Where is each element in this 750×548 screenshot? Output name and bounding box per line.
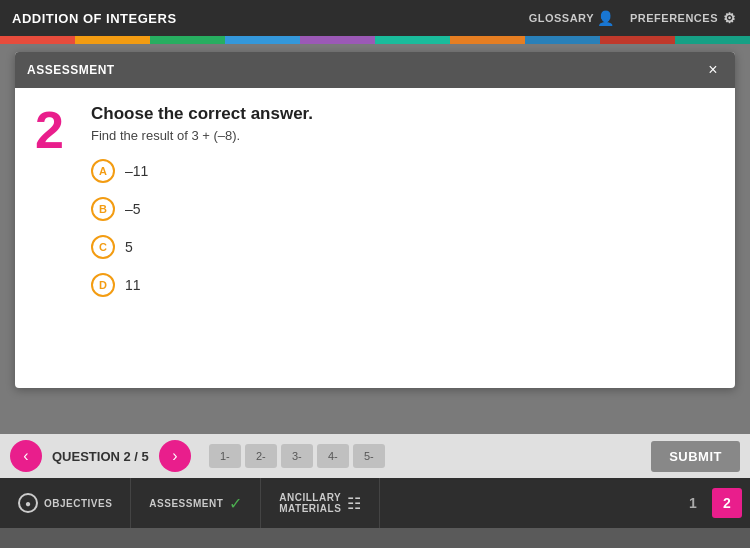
page-indicator-1[interactable]: 1- <box>209 444 241 468</box>
question-heading: Choose the correct answer. <box>91 104 715 124</box>
footer-ancillary[interactable]: ANCILLARY MATERIALS ☷ <box>261 478 380 528</box>
option-d-circle: D <box>91 273 115 297</box>
question-label: QUESTION 2 / 5 <box>52 449 149 464</box>
page-1-button[interactable]: 1 <box>678 488 708 518</box>
option-a-text: –11 <box>125 163 148 179</box>
modal-header: ASSESSMENT × <box>15 52 735 88</box>
page-indicator-4[interactable]: 4- <box>317 444 349 468</box>
document-icon: ☷ <box>347 494 361 513</box>
option-d-text: 11 <box>125 277 141 293</box>
assessment-modal: ASSESSMENT × 2 Choose the correct answer… <box>15 52 735 388</box>
option-c-text: 5 <box>125 239 133 255</box>
footer-assessment[interactable]: ASSESSMENT ✓ <box>131 478 261 528</box>
footer-page-numbers: 1 2 <box>678 488 750 518</box>
app-title: ADDITION OF INTEGERS <box>12 11 177 26</box>
prev-button[interactable]: ‹ <box>10 440 42 472</box>
option-b-circle: B <box>91 197 115 221</box>
color-strip <box>0 36 750 44</box>
modal-body: 2 Choose the correct answer. Find the re… <box>15 88 735 388</box>
checkmark-icon: ✓ <box>229 494 242 513</box>
next-button[interactable]: › <box>159 440 191 472</box>
modal-title: ASSESSMENT <box>27 63 115 77</box>
gear-icon: ⚙ <box>722 10 738 26</box>
option-b[interactable]: B –5 <box>91 197 715 221</box>
close-button[interactable]: × <box>703 60 723 80</box>
question-number: 2 <box>35 104 75 156</box>
page-indicator-3[interactable]: 3- <box>281 444 313 468</box>
glossary-label: GLOSSARY <box>529 12 594 24</box>
top-bar-actions: GLOSSARY 👤 PREFERENCES ⚙ <box>529 10 738 26</box>
page-2-button[interactable]: 2 <box>712 488 742 518</box>
objectives-icon: ● <box>18 493 38 513</box>
option-d[interactable]: D 11 <box>91 273 715 297</box>
footer-bar: ● OBJECTIVES ASSESSMENT ✓ ANCILLARY MATE… <box>0 478 750 528</box>
top-bar: ADDITION OF INTEGERS GLOSSARY 👤 PREFEREN… <box>0 0 750 36</box>
option-c-circle: C <box>91 235 115 259</box>
option-b-text: –5 <box>125 201 141 217</box>
ancillary-line2: MATERIALS <box>279 503 341 514</box>
page-indicator-5[interactable]: 5- <box>353 444 385 468</box>
main-area: ASSESSMENT × 2 Choose the correct answer… <box>0 44 750 434</box>
option-c[interactable]: C 5 <box>91 235 715 259</box>
question-content: Choose the correct answer. Find the resu… <box>91 104 715 311</box>
bottom-navigation: ‹ QUESTION 2 / 5 › 1- 2- 3- 4- 5- SUBMIT <box>0 434 750 478</box>
question-subtext: Find the result of 3 + (–8). <box>91 128 715 143</box>
objectives-label: OBJECTIVES <box>44 498 112 509</box>
glossary-icon: 👤 <box>598 10 614 26</box>
assessment-label: ASSESSMENT <box>149 498 223 509</box>
page-indicator-2[interactable]: 2- <box>245 444 277 468</box>
option-a-circle: A <box>91 159 115 183</box>
preferences-button[interactable]: PREFERENCES ⚙ <box>630 10 738 26</box>
submit-button[interactable]: SUBMIT <box>651 441 740 472</box>
option-a[interactable]: A –11 <box>91 159 715 183</box>
glossary-button[interactable]: GLOSSARY 👤 <box>529 10 614 26</box>
footer-objectives[interactable]: ● OBJECTIVES <box>0 478 131 528</box>
page-indicators: 1- 2- 3- 4- 5- <box>209 444 385 468</box>
preferences-label: PREFERENCES <box>630 12 718 24</box>
ancillary-line1: ANCILLARY <box>279 492 341 503</box>
